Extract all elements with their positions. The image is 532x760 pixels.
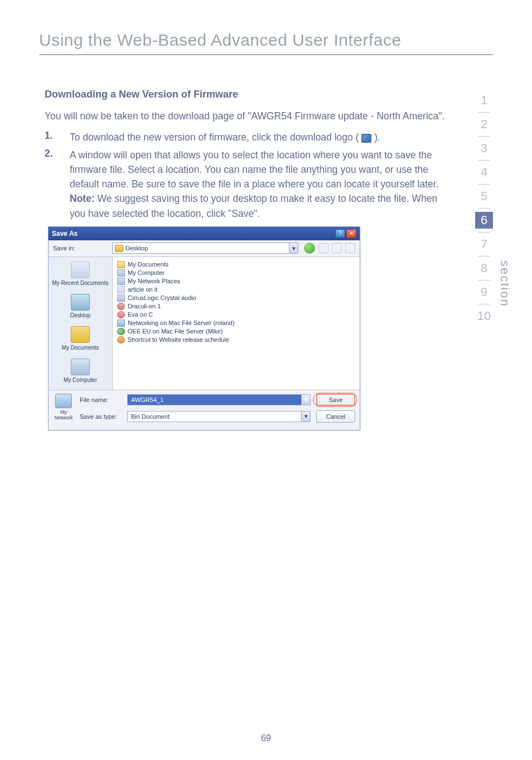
place-recent[interactable]: My Recent Documents — [49, 260, 112, 287]
dialog-title: Save As — [52, 230, 78, 238]
file-item[interactable]: CirrusLogic Crystal audio — [117, 294, 355, 302]
page-number: 69 — [0, 733, 532, 743]
dropdown-arrow-icon: ▾ — [301, 412, 310, 422]
place-network-label: My Network — [53, 409, 74, 420]
separator — [478, 136, 490, 137]
section-link-1[interactable]: 1 — [475, 92, 493, 109]
section-link-5[interactable]: 5 — [475, 188, 493, 205]
note-text: We suggest saving this to your desktop t… — [70, 193, 437, 219]
close-button[interactable]: ✕ — [346, 229, 356, 238]
download-logo-icon — [361, 134, 371, 143]
place-computer[interactable]: My Computer — [49, 357, 112, 384]
page-title: Using the Web-Based Advanced User Interf… — [39, 31, 493, 55]
list-text-1-after: ). — [374, 132, 380, 143]
folder-icon — [115, 245, 123, 252]
file-label: My Documents — [128, 261, 168, 268]
file-label: Networking on Mac File Server (roland) — [128, 320, 234, 326]
list-text-1: To download the new version of firmware,… — [70, 130, 448, 144]
file-item[interactable]: My Documents — [117, 260, 355, 269]
place-network[interactable]: My Network — [53, 394, 74, 424]
place-documents[interactable]: My Documents — [49, 325, 112, 352]
file-list[interactable]: My Documents My Computer My Network Plac… — [113, 257, 360, 390]
network-places-icon — [55, 394, 72, 408]
dialog-toolbar: Save in: Desktop ▾ — [49, 240, 360, 257]
file-label: Shortcut to Website release schedule — [128, 336, 229, 343]
list-text-1-before: To download the new version of firmware,… — [70, 132, 359, 143]
file-label: Draculi-en 1 — [128, 303, 161, 309]
filename-value: AWGR54_1 — [131, 396, 163, 403]
app-icon — [117, 303, 125, 310]
separator — [478, 112, 490, 113]
list-text-2: A window will open that allows you to se… — [70, 148, 448, 221]
section-link-7[interactable]: 7 — [475, 236, 493, 253]
views-button[interactable] — [345, 243, 355, 253]
file-item[interactable]: Draculi-en 1 — [117, 302, 355, 311]
separator — [478, 304, 490, 304]
doc-icon — [117, 286, 125, 293]
back-button[interactable] — [304, 243, 315, 254]
desktop-icon — [71, 294, 90, 311]
dropdown-arrow-icon: ▾ — [289, 243, 298, 253]
savein-dropdown[interactable]: Desktop ▾ — [112, 243, 298, 254]
savein-label: Save in: — [53, 245, 112, 251]
folder-icon — [117, 261, 125, 268]
cancel-button[interactable]: Cancel — [316, 410, 355, 423]
section-link-3[interactable]: 3 — [475, 140, 493, 157]
section-link-10[interactable]: 10 — [475, 308, 493, 325]
file-item[interactable]: My Computer — [117, 269, 355, 277]
separator — [478, 160, 490, 161]
section-link-2[interactable]: 2 — [475, 116, 493, 133]
system-icon — [117, 294, 125, 302]
file-item[interactable]: article on it — [117, 285, 355, 294]
section-link-9[interactable]: 9 — [475, 284, 493, 301]
saveastype-dropdown[interactable]: Bin Document ▾ — [127, 411, 311, 422]
help-button[interactable]: ? — [335, 229, 345, 238]
file-label: CirrusLogic Crystal audio — [128, 294, 196, 301]
new-folder-button[interactable] — [332, 243, 342, 253]
filename-input[interactable]: AWGR54_1 ▾ — [127, 394, 311, 405]
file-item[interactable]: Eva on C — [117, 311, 355, 319]
place-computer-label: My Computer — [64, 377, 97, 383]
section-subtitle: Downloading a New Version of Firmware — [45, 89, 448, 100]
up-folder-button[interactable] — [318, 243, 328, 253]
file-item[interactable]: My Network Places — [117, 277, 355, 285]
file-item[interactable]: Shortcut to Website release schedule — [117, 336, 355, 344]
separator — [478, 256, 490, 256]
section-link-4[interactable]: 4 — [475, 164, 493, 181]
network-icon — [117, 320, 125, 327]
save-as-dialog: Save As ? ✕ Save in: Desktop ▾ — [48, 226, 360, 430]
saveastype-label: Save as type: — [80, 413, 122, 420]
note-label: Note: — [70, 193, 95, 204]
system-icon — [117, 278, 125, 285]
file-label: Eva on C — [128, 311, 153, 318]
save-button[interactable]: Save — [316, 394, 355, 406]
separator — [478, 184, 490, 185]
section-label: section — [497, 260, 512, 307]
section-link-8[interactable]: 8 — [475, 260, 493, 277]
saveastype-value: Bin Document — [131, 413, 170, 420]
computer-icon — [71, 359, 90, 375]
recent-icon — [71, 262, 90, 278]
app-icon — [117, 311, 125, 318]
place-documents-label: My Documents — [62, 345, 99, 351]
filename-label: File name: — [80, 396, 122, 403]
file-label: article on it — [128, 286, 157, 293]
file-item[interactable]: OEE EU on Mac File Server (Mike) — [117, 327, 355, 336]
places-bar: My Recent Documents Desktop My Documents… — [49, 257, 113, 390]
separator — [478, 208, 490, 209]
dialog-titlebar: Save As ? ✕ — [49, 227, 360, 240]
file-label: OEE EU on Mac File Server (Mike) — [128, 328, 223, 335]
place-desktop-label: Desktop — [70, 312, 91, 318]
intro-paragraph: You will now be taken to the download pa… — [45, 109, 448, 123]
place-desktop[interactable]: Desktop — [49, 293, 112, 320]
section-nav: 12345678910 section — [475, 92, 514, 325]
place-recent-label: My Recent Documents — [52, 280, 108, 286]
file-label: My Network Places — [128, 278, 180, 284]
dropdown-arrow-icon: ▾ — [301, 395, 310, 405]
file-label: My Computer — [128, 269, 165, 276]
file-item[interactable]: Networking on Mac File Server (roland) — [117, 319, 355, 327]
section-link-6[interactable]: 6 — [475, 212, 493, 229]
savein-value: Desktop — [125, 245, 148, 251]
separator — [478, 280, 490, 280]
system-icon — [117, 269, 125, 277]
